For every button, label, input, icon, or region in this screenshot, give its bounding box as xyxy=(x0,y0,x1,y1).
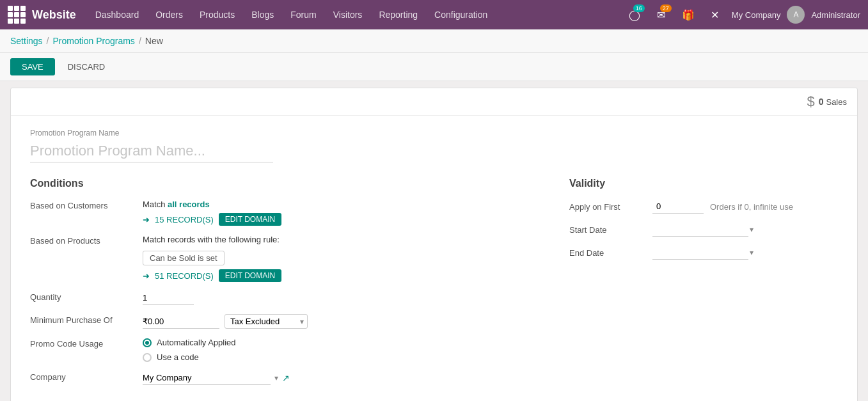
apply-first-label: Apply on First xyxy=(569,202,646,212)
products-domain-row: ➜ 51 RECORD(S) EDIT DOMAIN xyxy=(143,269,544,282)
company-value: My Company ▾ ↗ xyxy=(143,371,544,385)
apply-first-input[interactable] xyxy=(652,200,704,214)
customers-domain-row: ➜ 15 RECORD(S) EDIT DOMAIN xyxy=(143,213,544,226)
nav-visitors[interactable]: Visitors xyxy=(327,7,369,22)
sales-label: Sales xyxy=(826,97,847,107)
based-on-products-label: Based on Products xyxy=(30,235,132,246)
end-date-input[interactable] xyxy=(652,246,748,260)
promo-name-label: Promotion Program Name xyxy=(30,129,838,138)
apps-icon[interactable] xyxy=(8,6,26,24)
customers-records[interactable]: 15 RECORD(S) xyxy=(155,215,214,224)
messages-icon-btn[interactable]: ✉ 27 xyxy=(651,4,672,25)
nav-products[interactable]: Products xyxy=(193,7,241,22)
quantity-row: Quantity xyxy=(30,291,544,305)
promo-code-label: Promo Code Usage xyxy=(30,338,132,349)
tax-select-wrap: Tax Excluded Tax Included xyxy=(225,314,308,329)
min-purchase-label: Minimum Purchase Of xyxy=(30,314,132,325)
breadcrumb: Settings / Promotion Programs / New xyxy=(0,29,868,53)
promo-code-value: Automatically Applied Use a code xyxy=(143,338,544,362)
breadcrumb-current: New xyxy=(145,36,163,46)
radio-code-item[interactable]: Use a code xyxy=(143,352,544,362)
nav-forum[interactable]: Forum xyxy=(284,7,322,22)
end-date-arrow[interactable]: ▾ xyxy=(750,248,754,257)
based-on-customers-value: Match all records ➜ 15 RECORD(S) EDIT DO… xyxy=(143,200,544,226)
breadcrumb-sep1: / xyxy=(47,36,49,46)
nav-links: Dashboard Orders Products Blogs Forum Vi… xyxy=(89,7,624,22)
action-bar: SAVE DISCARD xyxy=(0,53,868,81)
activity-icon-btn[interactable]: ◯ 16 xyxy=(624,4,645,25)
conditions-title: Conditions xyxy=(30,178,544,189)
radio-auto-item[interactable]: Automatically Applied xyxy=(143,338,544,347)
radio-code-label: Use a code xyxy=(157,352,199,362)
external-link-icon[interactable]: ↗ xyxy=(282,373,290,383)
validity-col: Validity Apply on First Orders if 0, inf… xyxy=(569,178,838,394)
products-records[interactable]: 51 RECORD(S) xyxy=(155,271,214,281)
admin-name[interactable]: Administrator xyxy=(811,10,860,20)
company-label: Company xyxy=(30,371,132,382)
radio-auto-circle xyxy=(143,338,152,347)
based-on-customers-row: Based on Customers Match all records ➜ 1… xyxy=(30,200,544,226)
rule-tag: Can be Sold is set xyxy=(143,251,225,265)
company-select[interactable]: My Company xyxy=(143,371,271,385)
based-on-products-row: Based on Products Match records with the… xyxy=(30,235,544,282)
start-date-input[interactable] xyxy=(652,223,748,237)
apply-first-row: Apply on First Orders if 0, infinite use xyxy=(569,200,838,214)
all-records-bold: all records xyxy=(168,200,210,209)
nav-reporting[interactable]: Reporting xyxy=(372,7,424,22)
radio-auto-label: Automatically Applied xyxy=(157,338,236,347)
close-icon: ✕ xyxy=(711,9,719,21)
quantity-value xyxy=(143,291,544,305)
breadcrumb-settings[interactable]: Settings xyxy=(10,36,43,46)
apply-first-hint: Orders if 0, infinite use xyxy=(710,202,793,212)
radio-code-circle xyxy=(143,353,152,362)
breadcrumb-promo[interactable]: Promotion Programs xyxy=(52,36,134,46)
nav-dashboard[interactable]: Dashboard xyxy=(89,7,146,22)
sales-badge-bar: $ 0 Sales xyxy=(11,88,857,116)
avatar-letter: A xyxy=(793,10,798,19)
match-all-text: Match all records xyxy=(143,200,210,209)
nav-configuration[interactable]: Configuration xyxy=(428,7,494,22)
dollar-icon: $ xyxy=(807,93,815,110)
form-card: $ 0 Sales Promotion Program Name Conditi… xyxy=(10,88,858,401)
company-dropdown-arrow: ▾ xyxy=(274,373,278,382)
validity-title: Validity xyxy=(569,178,838,189)
promo-code-row: Promo Code Usage Automatically Applied U… xyxy=(30,338,544,362)
sales-badge: $ 0 Sales xyxy=(807,93,847,110)
tax-select[interactable]: Tax Excluded Tax Included xyxy=(225,314,308,329)
save-button[interactable]: SAVE xyxy=(10,58,55,75)
min-purchase-value: Tax Excluded Tax Included xyxy=(143,314,544,329)
company-select-wrap: My Company ▾ ↗ xyxy=(143,371,290,385)
promo-name-input[interactable] xyxy=(30,140,273,162)
close-icon-btn[interactable]: ✕ xyxy=(705,4,725,25)
based-on-products-value: Match records with the following rule: C… xyxy=(143,235,544,282)
based-on-customers-label: Based on Customers xyxy=(30,200,132,210)
start-date-row: Start Date ▾ xyxy=(569,223,838,237)
conditions-col: Conditions Based on Customers Match all … xyxy=(30,178,544,394)
end-date-row: End Date ▾ xyxy=(569,246,838,260)
promo-name-field: Promotion Program Name xyxy=(30,129,838,162)
company-label[interactable]: My Company xyxy=(732,10,781,20)
radio-group: Automatically Applied Use a code xyxy=(143,338,544,362)
min-purchase-input[interactable] xyxy=(143,315,219,329)
nav-orders[interactable]: Orders xyxy=(149,7,189,22)
activity-badge: 16 xyxy=(633,4,645,12)
products-edit-domain-btn[interactable]: EDIT DOMAIN xyxy=(219,269,281,282)
sales-count: 0 xyxy=(819,97,824,107)
two-col: Conditions Based on Customers Match all … xyxy=(30,178,838,394)
arrow-icon-products: ➜ xyxy=(143,271,150,281)
main-content: $ 0 Sales Promotion Program Name Conditi… xyxy=(0,81,868,401)
quantity-input[interactable] xyxy=(143,291,194,305)
start-date-arrow[interactable]: ▾ xyxy=(750,225,754,234)
customers-edit-domain-btn[interactable]: EDIT DOMAIN xyxy=(219,213,281,226)
brand-label[interactable]: Website xyxy=(32,8,76,22)
gift-icon-btn[interactable]: 🎁 xyxy=(678,4,698,25)
quantity-label: Quantity xyxy=(30,291,132,302)
avatar[interactable]: A xyxy=(787,6,805,24)
end-date-label: End Date xyxy=(569,248,646,258)
company-row: Company My Company ▾ ↗ xyxy=(30,371,544,385)
nav-blogs[interactable]: Blogs xyxy=(245,7,280,22)
discard-button[interactable]: DISCARD xyxy=(60,58,113,75)
gift-icon: 🎁 xyxy=(682,9,695,21)
topnav-right: ◯ 16 ✉ 27 🎁 ✕ My Company A Administrator xyxy=(624,4,860,25)
min-purchase-row: Minimum Purchase Of Tax Excluded Tax Inc… xyxy=(30,314,544,329)
